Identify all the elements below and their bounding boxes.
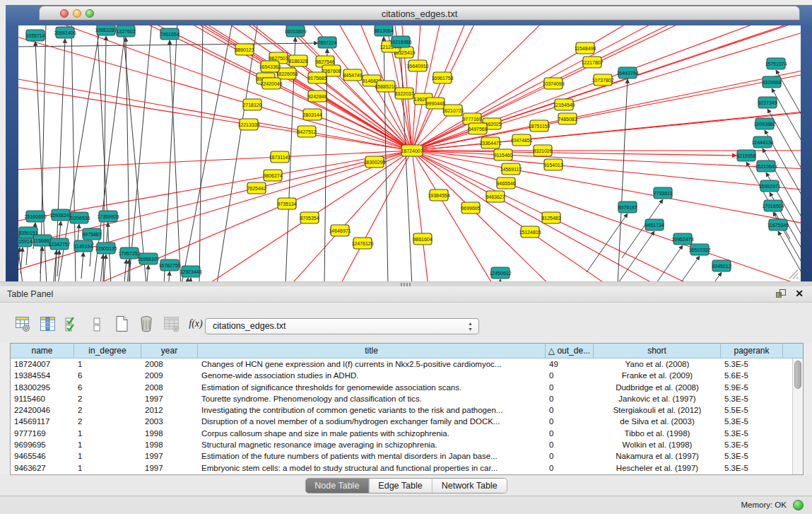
cell-year[interactable]: 2003 [141, 416, 198, 427]
graph-node[interactable]: 9465546 [496, 177, 515, 189]
show-columns-icon[interactable] [39, 315, 56, 332]
graph-node[interactable]: 8427512 [297, 126, 316, 137]
graph-node[interactable]: 8321026 [533, 145, 552, 156]
column-header-title[interactable]: title [198, 344, 546, 358]
create-column-icon[interactable] [113, 315, 130, 332]
graph-node[interactable]: 9735134 [277, 198, 296, 209]
cell-pagerank[interactable]: 5.3E-5 [721, 393, 783, 404]
table-row[interactable]: 2242004622012Investigating the contribut… [11, 404, 792, 416]
cell-title[interactable]: Disruption of a novel member of a sodium… [198, 416, 546, 427]
graph-node[interactable]: 7485083 [558, 113, 577, 124]
cell-year[interactable]: 2008 [141, 358, 198, 370]
cell-out_de[interactable]: 0 [546, 416, 594, 427]
cell-short[interactable]: Jankovic et al. (1997) [594, 393, 721, 404]
cell-in_degree[interactable]: 2 [74, 404, 141, 416]
graph-node[interactable]: 18300295 [363, 156, 385, 168]
cell-in_degree[interactable]: 1 [74, 358, 141, 370]
unselect-all-columns-icon[interactable] [88, 315, 105, 332]
graph-node[interactable]: 22420046 [260, 78, 282, 89]
cell-title[interactable]: Estimation of the future numbers of pati… [198, 450, 546, 462]
cell-out_de[interactable]: 0 [546, 370, 594, 381]
graph-node[interactable]: 19384554 [428, 189, 449, 201]
graph-node[interactable]: 9975887 [82, 228, 101, 240]
cell-out_de[interactable]: 0 [546, 393, 594, 404]
graph-node[interactable]: 16958107 [137, 253, 159, 264]
cell-name[interactable]: 9777169 [11, 428, 74, 439]
scrollbar-thumb[interactable] [794, 361, 801, 389]
cell-short[interactable]: Tibbo et al. (1998) [594, 428, 721, 439]
table-selector-dropdown[interactable]: citations_edges.txt ▲▼ [205, 318, 479, 334]
delete-column-icon[interactable] [138, 315, 155, 332]
graph-node[interactable]: 8979197 [618, 201, 637, 213]
cell-out_de[interactable]: 0 [546, 382, 594, 393]
graph-node[interactable]: 8186328 [288, 55, 307, 66]
tab-node-table[interactable]: Node Table [305, 479, 368, 493]
graph-node[interactable]: 12342757 [48, 238, 70, 250]
cell-title[interactable]: Genome-wide association studies in ADHD. [198, 370, 546, 381]
graph-node[interactable]: 9227349 [758, 97, 777, 108]
cell-pagerank[interactable]: 5.9E-5 [721, 382, 783, 393]
tab-edge-table[interactable]: Edge Table [368, 479, 431, 493]
cell-title[interactable]: Investigating the contribution of common… [198, 404, 546, 416]
graph-node[interactable]: 16961758 [431, 72, 453, 83]
cell-out_de[interactable]: 0 [546, 428, 594, 439]
graph-node[interactable]: 8215958 [736, 150, 755, 161]
graph-node[interactable]: 15751074 [765, 58, 787, 69]
graph-node[interactable]: 12450612 [489, 267, 511, 279]
table-row[interactable]: 911546021997Tourette syndrome. Phenomeno… [11, 393, 792, 404]
cell-short[interactable]: Franke et al. (2009) [594, 370, 721, 381]
cell-in_degree[interactable]: 2 [74, 393, 141, 404]
table-row[interactable]: 1830029562008Estimation of significance … [11, 382, 792, 393]
cell-pagerank[interactable]: 5.3E-5 [721, 450, 783, 462]
tab-network-table[interactable]: Network Table [432, 479, 507, 493]
graph-node[interactable]: 8125483 [541, 212, 560, 223]
graph-node[interactable]: 9806274 [263, 170, 282, 181]
cell-out_de[interactable]: 0 [546, 439, 594, 450]
cell-in_degree[interactable]: 2 [74, 416, 141, 427]
close-panel-icon[interactable]: ✕ [795, 288, 804, 299]
graph-node[interactable]: 15885210 [375, 81, 396, 92]
graph-node[interactable]: 1145194 [74, 240, 93, 252]
cell-name[interactable]: 9115460 [11, 393, 74, 404]
cell-pagerank[interactable]: 5.5E-5 [721, 404, 783, 416]
cell-short[interactable]: Hescheler et al. (1997) [594, 462, 721, 474]
cell-pagerank[interactable]: 5.3E-5 [721, 428, 783, 439]
column-header-in_degree[interactable]: in_degree [74, 344, 141, 358]
graph-node[interactable]: 18724007 [401, 145, 423, 156]
cell-title[interactable]: Tourette syndrome. Phenomenology and cla… [198, 393, 546, 404]
column-header-short[interactable]: short [594, 344, 721, 358]
cell-out_de[interactable]: 49 [546, 358, 594, 370]
table-row[interactable]: 946554611997Estimation of the future num… [11, 450, 792, 462]
table-row[interactable]: 1456911722003Disruption of a novel membe… [11, 416, 792, 427]
cell-short[interactable]: Dudbridge et al. (2008) [594, 382, 721, 393]
function-builder-icon[interactable]: f(x) [187, 315, 204, 332]
graph-node[interactable]: 7857224 [317, 37, 336, 48]
graph-node[interactable]: 12444134 [751, 136, 773, 148]
cell-pagerank[interactable]: 5.6E-5 [721, 370, 783, 381]
graph-node[interactable]: 10737802 [592, 74, 613, 86]
column-header-out_de[interactable]: △ out_de... [546, 344, 594, 358]
cell-title[interactable]: Estimation of significance thresholds fo… [198, 382, 546, 393]
cell-out_de[interactable]: 0 [546, 450, 594, 462]
graph-node[interactable]: 10474851 [510, 134, 532, 146]
cell-year[interactable]: 1997 [141, 393, 198, 404]
graph-node[interactable]: 9699695 [461, 202, 480, 214]
graph-node[interactable]: 10374093 [542, 78, 564, 89]
graph-node[interactable]: 12923448 [180, 266, 201, 277]
graph-node[interactable]: 9245012 [712, 260, 731, 271]
graph-node[interactable]: 8705354 [300, 212, 319, 223]
graph-node[interactable]: 8860123 [235, 44, 254, 55]
cell-name[interactable]: 9465546 [11, 450, 74, 462]
cell-in_degree[interactable]: 1 [74, 462, 141, 474]
cell-in_degree[interactable]: 1 [74, 439, 141, 450]
table-mode-icon[interactable] [14, 315, 31, 332]
graph-node[interactable]: 13505135 [95, 243, 117, 254]
cell-title[interactable]: Structural magnetic resonance image aver… [198, 439, 546, 450]
graph-node[interactable]: 7625442 [247, 182, 266, 194]
panel-divider-sash[interactable] [0, 281, 812, 286]
cell-pagerank[interactable]: 5.3E-5 [721, 462, 783, 474]
graph-node[interactable]: 9463627 [486, 191, 505, 202]
graph-node[interactable]: 16210721 [442, 105, 464, 116]
cell-name[interactable]: 22420046 [11, 404, 74, 416]
graph-node[interactable]: 16033809 [284, 25, 306, 37]
